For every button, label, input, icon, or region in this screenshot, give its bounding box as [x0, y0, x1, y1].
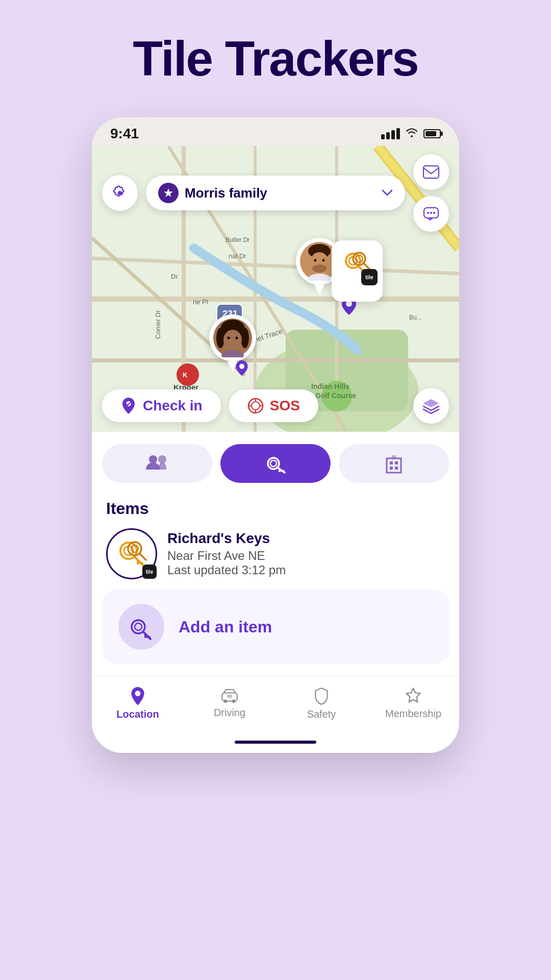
- svg-point-20: [427, 212, 429, 214]
- svg-point-50: [252, 402, 260, 410]
- svg-rect-85: [227, 695, 232, 698]
- svg-rect-66: [395, 467, 398, 470]
- family-star-icon: [158, 183, 179, 203]
- nav-driving[interactable]: Driving: [184, 689, 276, 719]
- tab-row: [92, 432, 459, 495]
- tile-badge-item: tile: [142, 565, 157, 579]
- add-item-label: Add an item: [179, 618, 272, 636]
- location-pin-2: [236, 360, 248, 378]
- map-header: Morris family: [92, 154, 459, 232]
- keys-popup: tile: [332, 240, 383, 302]
- svg-point-42: [241, 328, 249, 348]
- driving-nav-icon: [220, 689, 239, 704]
- building-icon: [384, 453, 404, 474]
- mail-icon: [423, 165, 439, 179]
- svg-point-47: [239, 364, 244, 369]
- pin-icon-2: [236, 360, 248, 376]
- safety-nav-icon: [314, 687, 329, 705]
- svg-point-21: [430, 212, 432, 214]
- add-item-card[interactable]: Add an item: [102, 590, 449, 664]
- layers-button[interactable]: [413, 388, 449, 424]
- svg-text:K: K: [183, 371, 188, 379]
- svg-point-84: [232, 700, 236, 703]
- checkin-label: Check in: [143, 398, 203, 414]
- nav-membership-label: Membership: [385, 708, 441, 720]
- nav-driving-label: Driving: [214, 707, 245, 719]
- svg-rect-60: [281, 470, 285, 472]
- page-title: Tile Trackers: [133, 31, 418, 87]
- tab-tile-active[interactable]: [220, 444, 331, 483]
- people-icon: [146, 454, 168, 473]
- svg-point-41: [216, 328, 224, 348]
- nav-safety[interactable]: Safety: [276, 687, 367, 720]
- map-side-buttons: [413, 154, 449, 232]
- sos-button[interactable]: SOS: [229, 389, 318, 422]
- items-section: Items tile: [92, 495, 459, 590]
- svg-point-58: [270, 460, 277, 467]
- svg-rect-62: [387, 458, 401, 473]
- map-bottom-controls: Check in SOS: [102, 388, 449, 424]
- phone-shell: 9:41: [92, 117, 459, 753]
- item-last-updated: Last updated 3:12 pm: [167, 563, 445, 577]
- svg-rect-72: [137, 560, 139, 565]
- svg-rect-64: [395, 461, 398, 464]
- item-name: Richard's Keys: [167, 530, 445, 547]
- tab-people[interactable]: [102, 444, 212, 483]
- svg-point-81: [135, 691, 141, 696]
- settings-button[interactable]: [102, 175, 138, 211]
- svg-text:nal Dr: nal Dr: [229, 252, 246, 260]
- home-indicator: [235, 741, 316, 744]
- svg-point-45: [236, 337, 238, 339]
- chat-icon: [423, 206, 439, 222]
- svg-line-75: [140, 554, 146, 560]
- svg-point-55: [149, 455, 157, 463]
- svg-point-56: [158, 455, 166, 463]
- chat-button[interactable]: [413, 196, 449, 232]
- bottom-nav: Location Driving Safety Membership: [92, 676, 459, 736]
- svg-rect-61: [279, 469, 281, 472]
- person2-face: [213, 318, 252, 357]
- wifi-icon: [405, 127, 418, 140]
- map-area: Indian Hills Golf Course 231 K Kroger Ca…: [92, 146, 459, 432]
- battery-icon: [423, 129, 441, 138]
- gear-icon: [111, 184, 129, 202]
- status-time: 9:41: [110, 126, 139, 142]
- family-group-pill[interactable]: Morris family: [146, 176, 405, 210]
- svg-point-77: [135, 623, 142, 630]
- add-key-icon: [127, 612, 156, 641]
- nav-membership[interactable]: Membership: [367, 688, 459, 720]
- svg-rect-67: [392, 455, 396, 459]
- svg-rect-18: [423, 166, 439, 178]
- mail-button[interactable]: [413, 154, 449, 190]
- nav-location-label: Location: [116, 708, 159, 720]
- svg-point-26: [312, 264, 327, 273]
- svg-point-28: [322, 259, 325, 262]
- nav-location[interactable]: Location: [92, 687, 184, 720]
- svg-text:Butler Dr: Butler Dr: [226, 236, 249, 243]
- location-nav-icon: [130, 687, 146, 705]
- tab-building[interactable]: [339, 444, 449, 483]
- status-bar: 9:41: [92, 117, 459, 146]
- key-tab-icon: [265, 453, 286, 474]
- svg-point-27: [314, 259, 317, 262]
- item-icon-wrap: tile: [106, 528, 157, 579]
- item-row[interactable]: tile Richard's Keys Near First Ave NE La…: [106, 528, 445, 579]
- tile-badge: tile: [361, 269, 378, 285]
- svg-point-44: [228, 337, 230, 339]
- checkin-button[interactable]: Check in: [102, 389, 221, 422]
- svg-text:ne Pl: ne Pl: [193, 298, 208, 306]
- content-area: Items tile: [92, 432, 459, 664]
- star-icon: [163, 187, 174, 199]
- checkin-icon: [120, 398, 137, 414]
- person2-avatar-map: [209, 314, 256, 372]
- svg-rect-63: [390, 461, 393, 464]
- svg-point-43: [223, 330, 242, 350]
- status-icons: [381, 127, 441, 140]
- svg-rect-79: [146, 636, 151, 638]
- signal-icon: [381, 128, 400, 139]
- add-item-icon: [118, 604, 164, 650]
- home-indicator-area: [92, 736, 459, 753]
- svg-text:Bu...: Bu...: [409, 314, 422, 321]
- chevron-down-icon: [382, 186, 393, 200]
- items-title: Items: [106, 499, 445, 518]
